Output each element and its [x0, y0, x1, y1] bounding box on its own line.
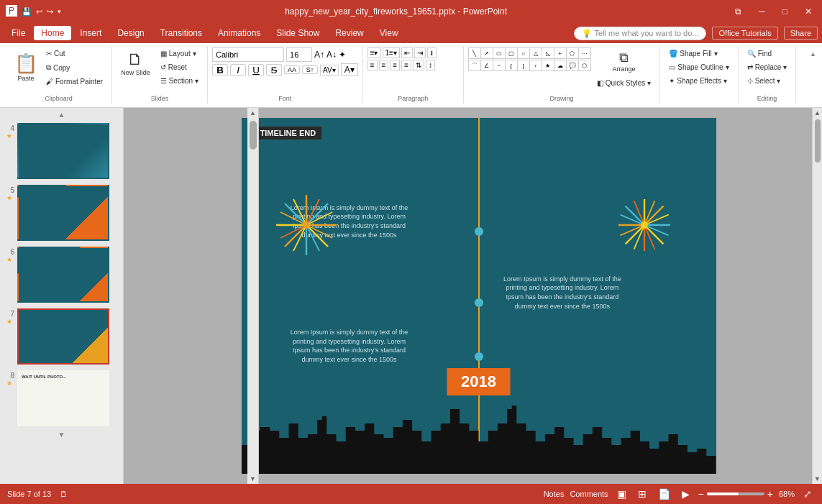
underline-button[interactable]: U [248, 64, 264, 76]
restore-button[interactable]: ⧉ [731, 5, 746, 18]
text-direction-button[interactable]: ⇅ [413, 60, 424, 70]
minimize-button[interactable]: ─ [754, 5, 770, 18]
shape-circle[interactable]: ○ [517, 47, 530, 59]
shape-rect[interactable]: ▭ [493, 47, 506, 59]
qat-customize[interactable]: ▾ [58, 8, 61, 15]
shape-chevron[interactable]: › [529, 60, 542, 71]
menu-item-slideshow[interactable]: Slide Show [269, 26, 326, 40]
quick-styles-button[interactable]: ◧ Quick Styles ▾ [593, 77, 656, 89]
slide-thumb-8[interactable]: 8 ★ WAIT UNTIL PHOTO... [3, 369, 120, 428]
slide-thumb-6[interactable]: 6 ★ [3, 245, 120, 304]
select-button[interactable]: ⊹ Select ▾ [743, 75, 792, 87]
shape-plus[interactable]: + [554, 47, 567, 59]
shape-callout[interactable]: 💬 [566, 60, 579, 71]
font-color-button[interactable]: A▾ [341, 63, 358, 76]
shape-curve[interactable]: ⌒ [468, 60, 481, 71]
font-size-increase-button[interactable]: A↑ [314, 50, 324, 60]
strikethrough-button[interactable]: S [266, 64, 282, 76]
scroll-up-button[interactable]: ▲ [3, 111, 120, 119]
shape-star[interactable]: ★ [542, 60, 554, 71]
tell-me-box[interactable]: 💡 Tell me what you want to do... [574, 27, 707, 40]
font-name-input[interactable]: Calibri [212, 47, 284, 62]
arrange-button[interactable]: ⧉ Arrange [593, 47, 656, 75]
ribbon-collapse-arrow[interactable]: ▲ [810, 50, 816, 58]
increase-indent-button[interactable]: ⇥ [414, 47, 426, 58]
menu-item-design[interactable]: Design [110, 26, 151, 40]
font-size-decrease-button[interactable]: A↓ [326, 50, 337, 60]
qat-redo[interactable]: ↪ [47, 7, 53, 17]
share-button[interactable]: Share [784, 27, 818, 40]
columns-button[interactable]: ⫾ [427, 47, 437, 58]
shape-bracket[interactable]: [ [517, 60, 530, 71]
menu-item-transitions[interactable]: Transitions [153, 26, 209, 40]
cut-button[interactable]: ✂ Cut [42, 47, 107, 60]
shape-arrow[interactable]: ↗ [480, 47, 493, 59]
comments-button[interactable]: Comments [570, 490, 608, 498]
slide-thumb-4[interactable]: 4 ★ [3, 122, 120, 180]
align-left-button[interactable]: ≡ [367, 60, 378, 70]
section-button[interactable]: ☰ Section ▾ [156, 75, 203, 87]
close-button[interactable]: ✕ [800, 5, 816, 18]
scroll-panel-down[interactable]: ▼ [248, 474, 257, 484]
slide-thumbnail-8[interactable]: WAIT UNTIL PHOTO... [17, 370, 109, 426]
shape-effects-button[interactable]: ✦ Shape Effects ▾ [665, 75, 733, 87]
canvas-scroll-down[interactable]: ▼ [813, 474, 822, 484]
reset-button[interactable]: ↺ Reset [156, 61, 203, 73]
shape-rtri[interactable]: ◺ [542, 47, 554, 59]
reading-view-button[interactable]: 📄 [655, 487, 673, 501]
canvas-scrollbar-thumb[interactable] [815, 119, 821, 162]
maximize-button[interactable]: □ [778, 5, 792, 18]
italic-button[interactable]: I [230, 64, 246, 76]
menu-item-view[interactable]: View [373, 26, 406, 40]
slide-thumbnail-4[interactable] [17, 123, 109, 179]
qat-save[interactable]: 💾 [22, 7, 32, 17]
menu-item-review[interactable]: Review [328, 26, 370, 40]
decrease-indent-button[interactable]: ⇤ [401, 47, 413, 58]
copy-button[interactable]: ⧉ Copy [42, 61, 107, 74]
smallcaps-button[interactable]: AА [284, 65, 300, 74]
align-center-button[interactable]: ≡ [379, 60, 389, 70]
replace-button[interactable]: ⇄ Replace ▾ [743, 61, 792, 73]
fit-slide-button[interactable]: ⤢ [800, 487, 815, 501]
numbering-button[interactable]: 1≡▾ [383, 47, 400, 58]
menu-item-animations[interactable]: Animations [211, 26, 268, 40]
shape-cloud[interactable]: ☁ [554, 60, 567, 71]
shape-flow[interactable]: ⬡ [578, 60, 591, 71]
slide-thumb-5[interactable]: 5 ★ [3, 183, 120, 242]
menu-item-insert[interactable]: Insert [73, 26, 109, 40]
format-painter-button[interactable]: 🖌 Format Painter [42, 75, 107, 88]
shape-arc[interactable]: ⌣ [493, 60, 506, 71]
bold-button[interactable]: B [212, 64, 228, 76]
menu-item-home[interactable]: Home [34, 26, 71, 40]
slide-thumb-7[interactable]: 7 ★ [3, 307, 120, 366]
align-right-button[interactable]: ≡ [390, 60, 400, 70]
shape-pent[interactable]: ⬠ [566, 47, 579, 59]
canvas-scroll-up[interactable]: ▲ [813, 108, 822, 118]
canvas-scrollbar-right[interactable]: ▲ ▼ [812, 108, 822, 484]
zoom-out-button[interactable]: − [698, 488, 704, 500]
normal-view-button[interactable]: ▣ [614, 487, 629, 501]
font-size-input[interactable]: 16 [286, 47, 312, 62]
slide-notes-icon[interactable]: 🗒 [60, 490, 68, 498]
vertical-scrollbar[interactable]: ▲ ▼ [247, 108, 259, 484]
slide-thumbnail-6[interactable] [17, 247, 109, 303]
scroll-panel-up[interactable]: ▲ [248, 108, 257, 118]
slide-sorter-button[interactable]: ⊞ [635, 487, 649, 501]
new-slide-button[interactable]: 🗋 New Slide [117, 47, 155, 79]
shape-curly[interactable]: { [505, 60, 518, 71]
shape-fill-button[interactable]: 🪣 Shape Fill ▾ [665, 47, 733, 60]
find-button[interactable]: 🔍 Find [743, 47, 792, 60]
shape-line[interactable]: ╲ [468, 47, 481, 59]
shape-angle[interactable]: ∠ [480, 60, 493, 71]
zoom-slider[interactable] [707, 492, 764, 495]
bullets-button[interactable]: ≡▾ [367, 47, 381, 58]
scrollbar-thumb-panel[interactable] [250, 121, 257, 150]
slide-thumbnail-7[interactable] [17, 308, 109, 365]
shape-more[interactable]: ⋯ [578, 47, 591, 59]
char-spacing-button[interactable]: AV▾ [320, 65, 339, 75]
notes-button[interactable]: Notes [544, 490, 565, 498]
text-shadow-button[interactable]: S↑ [302, 65, 318, 74]
menu-item-file[interactable]: File [4, 26, 32, 40]
paste-button[interactable]: 📋 Paste [10, 47, 42, 87]
shape-tri[interactable]: △ [529, 47, 542, 59]
